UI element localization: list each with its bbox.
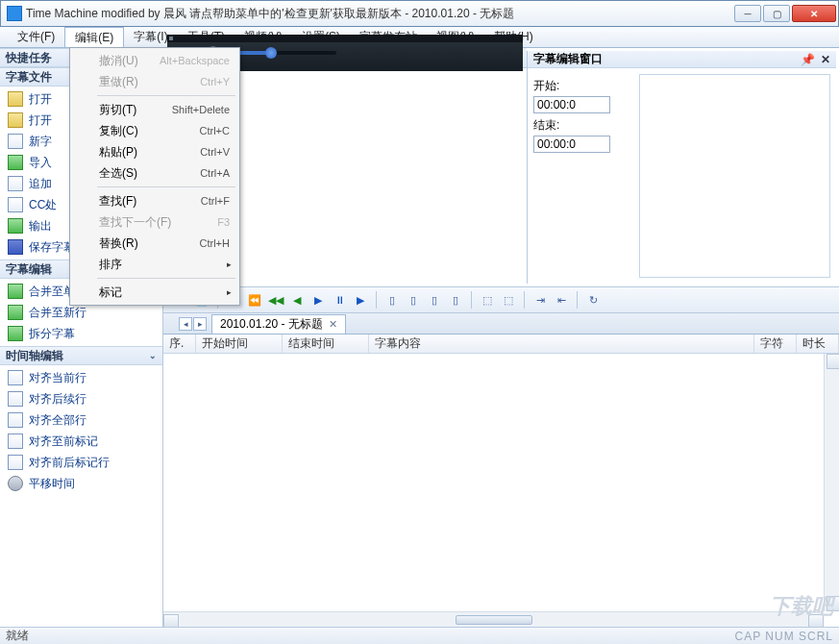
task-align-marks[interactable]: 对齐前后标记行 bbox=[0, 452, 162, 473]
start-time-input[interactable] bbox=[533, 96, 610, 113]
panel-close-icon[interactable]: ✕ bbox=[821, 53, 830, 66]
align-icon bbox=[8, 412, 23, 428]
submenu-arrow-icon: ▸ bbox=[227, 260, 232, 269]
menu-findnext[interactable]: 查找下一个(F)F3 bbox=[72, 211, 237, 233]
col-chars[interactable]: 字符 bbox=[754, 334, 797, 353]
tb-step-back[interactable]: ◀ bbox=[287, 290, 307, 310]
tb-play[interactable]: ▶ bbox=[308, 290, 328, 310]
menu-paste[interactable]: 粘贴(P)Ctrl+V bbox=[72, 141, 237, 162]
tb-pause[interactable]: ⏸ bbox=[330, 290, 349, 310]
menu-replace[interactable]: 替换(R)Ctrl+H bbox=[72, 233, 237, 254]
subtitle-text-area[interactable] bbox=[639, 74, 830, 278]
align-icon bbox=[8, 433, 23, 449]
chevron-icon: ⌄ bbox=[149, 351, 157, 360]
menu-mark[interactable]: 标记▸ bbox=[72, 282, 237, 303]
app-icon bbox=[7, 6, 22, 21]
merge-icon bbox=[8, 284, 23, 299]
tab-close-icon[interactable]: ✕ bbox=[329, 318, 337, 331]
status-indicators: CAP NUM SCRL bbox=[735, 630, 833, 643]
shift-icon bbox=[8, 476, 23, 491]
col-dur[interactable]: 时长 bbox=[797, 334, 839, 353]
playback-toolbar: 📂 📄 ⏮ ⏪ ◀◀ ◀ ▶ ⏸ ▶ ▯ ▯ ▯ ▯ ⬚ ⬚ ⇥ ⇤ ↻ bbox=[163, 286, 839, 313]
edit-dropdown: 撤消(U)Alt+Backspace 重做(R)Ctrl+Y 剪切(T)Shif… bbox=[69, 47, 240, 306]
col-content[interactable]: 字幕内容 bbox=[369, 334, 754, 353]
status-bar: 就绪 CAP NUM SCRL bbox=[0, 627, 839, 644]
align-icon bbox=[8, 455, 23, 470]
task-align-prev-mark[interactable]: 对齐至前标记 bbox=[0, 431, 162, 452]
tb-region-1[interactable]: ⬚ bbox=[478, 290, 497, 310]
edit-window-title: 字幕编辑窗口 bbox=[533, 51, 603, 67]
cc-icon bbox=[8, 197, 23, 212]
minimize-button[interactable]: ─ bbox=[734, 5, 761, 22]
folder-icon bbox=[8, 91, 23, 107]
tb-step-fwd[interactable]: ▶ bbox=[351, 290, 370, 310]
tb-region-2[interactable]: ⬚ bbox=[499, 290, 518, 310]
tb-mark-3[interactable]: ▯ bbox=[425, 290, 444, 310]
grid-body[interactable] bbox=[163, 354, 839, 627]
document-tabstrip: ◂ ▸ 2010.01.20 - 无标题 ✕ bbox=[163, 313, 839, 334]
menu-sort[interactable]: 排序▸ bbox=[72, 254, 237, 275]
menu-file[interactable]: 文件(F) bbox=[8, 27, 64, 47]
split-icon bbox=[8, 326, 23, 341]
seek-bar[interactable] bbox=[167, 35, 523, 42]
tb-mark-1[interactable]: ▯ bbox=[382, 290, 402, 310]
grid-header: 序. 开始时间 结束时间 字幕内容 字符 时长 bbox=[163, 334, 839, 354]
subtitle-grid: 序. 开始时间 结束时间 字幕内容 字符 时长 bbox=[163, 334, 839, 627]
start-label: 开始: bbox=[533, 78, 629, 94]
tab-nav-prev[interactable]: ◂ bbox=[179, 317, 192, 331]
align-icon bbox=[8, 391, 23, 407]
menu-edit[interactable]: 编辑(E) bbox=[64, 27, 124, 47]
import-icon bbox=[8, 155, 23, 170]
tab-label: 2010.01.20 - 无标题 bbox=[220, 316, 323, 333]
menu-separator bbox=[97, 186, 235, 187]
document-icon bbox=[8, 134, 23, 149]
close-button[interactable]: ✕ bbox=[792, 5, 836, 22]
vertical-scrollbar[interactable] bbox=[824, 354, 839, 611]
end-time-input[interactable] bbox=[533, 136, 610, 153]
pin-icon[interactable]: 📌 bbox=[801, 53, 815, 66]
tb-mark-2[interactable]: ▯ bbox=[404, 290, 423, 310]
maximize-button[interactable]: ▢ bbox=[763, 5, 790, 22]
tb-loop[interactable]: ↻ bbox=[583, 290, 603, 310]
task-split[interactable]: 拆分字幕 bbox=[0, 323, 162, 344]
menu-undo[interactable]: 撤消(U)Alt+Backspace bbox=[72, 50, 237, 71]
task-align-current[interactable]: 对齐当前行 bbox=[0, 367, 162, 388]
document-tab[interactable]: 2010.01.20 - 无标题 ✕ bbox=[211, 314, 346, 334]
tb-extra-1[interactable]: ⇥ bbox=[531, 290, 550, 310]
folder-icon bbox=[8, 112, 23, 128]
task-align-after[interactable]: 对齐后续行 bbox=[0, 388, 162, 409]
tab-nav-next[interactable]: ▸ bbox=[193, 317, 207, 331]
menu-separator bbox=[97, 278, 235, 279]
horizontal-scrollbar[interactable] bbox=[163, 611, 824, 627]
align-icon bbox=[8, 370, 23, 385]
tb-skip-back[interactable]: ⏪ bbox=[245, 290, 264, 310]
menu-find[interactable]: 查找(F)Ctrl+F bbox=[72, 190, 237, 211]
window-title: Time Machine modified by 晨风 请点帮助菜单中的'检查更… bbox=[26, 6, 734, 22]
task-align-all[interactable]: 对齐全部行 bbox=[0, 409, 162, 431]
panel-timeline-edit: 对齐当前行 对齐后续行 对齐全部行 对齐至前标记 对齐前后标记行 平移时间 bbox=[0, 365, 162, 496]
subtitle-edit-window: 字幕编辑窗口 📌✕ 开始: 结束: bbox=[527, 51, 836, 284]
menu-redo[interactable]: 重做(R)Ctrl+Y bbox=[72, 71, 237, 92]
end-label: 结束: bbox=[533, 117, 629, 134]
tb-mark-4[interactable]: ▯ bbox=[446, 290, 465, 310]
menu-cut[interactable]: 剪切(T)Shift+Delete bbox=[72, 99, 237, 120]
export-icon bbox=[8, 218, 23, 234]
col-end[interactable]: 结束时间 bbox=[283, 334, 369, 353]
submenu-arrow-icon: ▸ bbox=[227, 287, 232, 297]
right-pane: 📌✕ ▷ 🔊 字幕编辑窗口 📌✕ bbox=[163, 48, 839, 627]
col-start[interactable]: 开始时间 bbox=[196, 334, 283, 353]
tb-prev[interactable]: ◀◀ bbox=[266, 290, 285, 310]
volume-slider[interactable] bbox=[231, 51, 336, 55]
append-icon bbox=[8, 176, 23, 191]
task-shift-time[interactable]: 平移时间 bbox=[0, 473, 162, 494]
tb-extra-2[interactable]: ⇤ bbox=[552, 290, 571, 310]
panel-timeline-edit-header[interactable]: 时间轴编辑⌄ bbox=[0, 346, 162, 365]
menu-copy[interactable]: 复制(C)Ctrl+C bbox=[72, 120, 237, 141]
menu-selectall[interactable]: 全选(S)Ctrl+A bbox=[72, 162, 237, 184]
merge-icon bbox=[8, 305, 23, 320]
window-titlebar: Time Machine modified by 晨风 请点帮助菜单中的'检查更… bbox=[0, 0, 839, 27]
quick-tasks-title: 快捷任务 bbox=[6, 50, 52, 66]
window-buttons: ─ ▢ ✕ bbox=[734, 5, 836, 22]
status-text: 就绪 bbox=[6, 628, 29, 644]
col-seq[interactable]: 序. bbox=[163, 334, 196, 353]
